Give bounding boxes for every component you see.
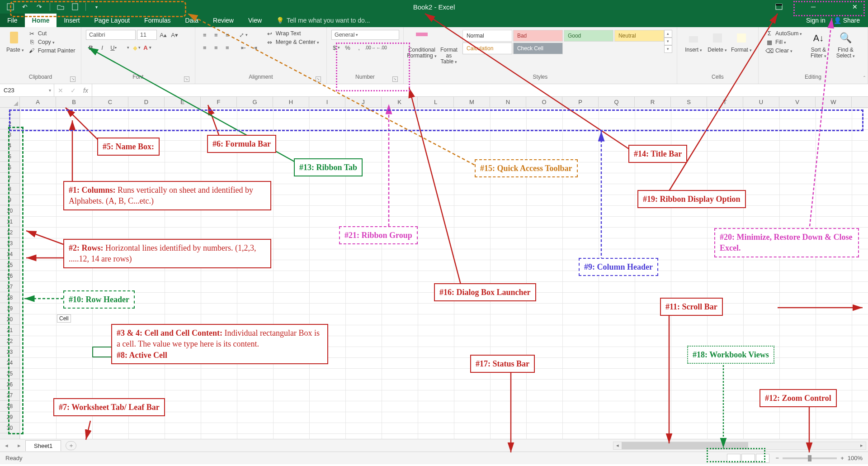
font-color-button[interactable]: A xyxy=(142,43,152,52)
font-size-combo[interactable]: 11 xyxy=(137,30,157,40)
row-header-27[interactable]: 27 xyxy=(0,390,19,401)
col-header-O[interactable]: O xyxy=(526,97,562,107)
zoom-control[interactable]: − + 100% xyxy=(776,455,863,461)
col-header-K[interactable]: K xyxy=(382,97,418,107)
qat-customize-icon[interactable]: ▾ xyxy=(92,3,100,11)
number-format-combo[interactable]: General xyxy=(331,30,399,40)
cell-style-normal[interactable]: Normal xyxy=(462,30,512,42)
row-header-12[interactable]: 12 xyxy=(0,227,19,238)
format-cells-button[interactable]: Format xyxy=(729,30,754,53)
cond-format-button[interactable]: Conditional Formatting xyxy=(408,30,435,59)
tab-review[interactable]: Review xyxy=(206,14,241,27)
row-header-9[interactable]: 9 xyxy=(0,195,19,205)
cell-styles-gallery[interactable]: NormalBadGoodNeutralCalculationCheck Cel… xyxy=(462,30,672,54)
cell-style-bad[interactable]: Bad xyxy=(513,30,563,42)
col-header-A[interactable]: A xyxy=(20,97,56,107)
horizontal-scrollbar[interactable]: ◂▸ xyxy=(76,442,868,450)
insert-cells-button[interactable]: Insert xyxy=(682,30,705,53)
col-header-J[interactable]: J xyxy=(345,97,382,107)
col-header-C[interactable]: C xyxy=(92,97,128,107)
zoom-out-button[interactable]: − xyxy=(776,455,779,461)
tab-insert[interactable]: Insert xyxy=(57,14,87,27)
row-header-28[interactable]: 28 xyxy=(0,401,19,412)
view-normal-button[interactable] xyxy=(727,454,741,463)
active-cell[interactable] xyxy=(92,347,128,357)
row-header-4[interactable]: 4 xyxy=(0,140,19,151)
row-header-22[interactable]: 22 xyxy=(0,336,19,347)
tab-formulas[interactable]: Formulas xyxy=(137,14,178,27)
number-dialog-launcher[interactable]: ↘ xyxy=(392,76,398,82)
col-header-G[interactable]: G xyxy=(237,97,273,107)
row-header-13[interactable]: 13 xyxy=(0,238,19,249)
accounting-button[interactable]: $ xyxy=(331,43,341,52)
formula-bar[interactable] xyxy=(92,84,868,96)
select-all-button[interactable] xyxy=(0,97,20,107)
collapse-ribbon-icon[interactable]: ˆ xyxy=(863,76,865,82)
save-icon[interactable] xyxy=(6,3,14,11)
name-box[interactable]: C23 xyxy=(0,84,54,96)
row-header-14[interactable]: 14 xyxy=(0,249,19,260)
row-header-6[interactable]: 6 xyxy=(0,162,19,173)
row-header-8[interactable]: 8 xyxy=(0,184,19,195)
row-header-26[interactable]: 26 xyxy=(0,379,19,390)
col-header-F[interactable]: F xyxy=(201,97,237,107)
row-header-23[interactable]: 23 xyxy=(0,347,19,357)
bold-button[interactable]: B xyxy=(86,43,96,52)
row-header-17[interactable]: 17 xyxy=(0,281,19,292)
row-header-7[interactable]: 7 xyxy=(0,173,19,184)
zoom-slider[interactable] xyxy=(783,457,837,459)
sheet-tab[interactable]: Sheet1 xyxy=(25,440,61,451)
close-icon[interactable]: ✕ xyxy=(851,3,859,11)
indent-inc-button[interactable]: ⇥ xyxy=(250,43,260,52)
cell-style-neutral[interactable]: Neutral xyxy=(614,30,664,42)
col-header-E[interactable]: E xyxy=(165,97,201,107)
row-header-29[interactable]: 29 xyxy=(0,412,19,423)
fill-color-button[interactable] xyxy=(131,43,141,52)
col-header-U[interactable]: U xyxy=(743,97,779,107)
sort-filter-button[interactable]: A↓Sort & Filter xyxy=(805,30,832,59)
align-top-button[interactable]: ≡ xyxy=(200,30,210,40)
restore-icon[interactable] xyxy=(830,3,838,11)
find-select-button[interactable]: 🔍Find & Select xyxy=(832,30,859,59)
paste-button[interactable]: Paste xyxy=(5,30,26,53)
cell-style-check-cell[interactable]: Check Cell xyxy=(513,43,563,54)
border-button[interactable] xyxy=(120,43,130,52)
clear-button[interactable]: ⌫Clear xyxy=(766,47,802,54)
fx-icon[interactable]: fx xyxy=(83,87,88,94)
row-header-18[interactable]: 18 xyxy=(0,292,19,303)
cut-button[interactable]: ✂Cut xyxy=(28,30,75,37)
cell-grid[interactable]: Cell xyxy=(20,108,868,439)
new-icon[interactable] xyxy=(71,3,79,11)
orientation-button[interactable]: ⤢ xyxy=(239,30,249,40)
col-header-H[interactable]: H xyxy=(273,97,309,107)
percent-button[interactable]: % xyxy=(343,43,353,52)
minimize-icon[interactable]: ─ xyxy=(809,3,817,11)
row-header-5[interactable]: 5 xyxy=(0,151,19,162)
col-header-T[interactable]: T xyxy=(707,97,743,107)
row-header-10[interactable]: 10 xyxy=(0,205,19,216)
gallery-more[interactable]: ▾ xyxy=(664,45,672,53)
inc-decimal-button[interactable]: .00→ xyxy=(365,43,375,52)
row-header-24[interactable]: 24 xyxy=(0,357,19,368)
tab-home[interactable]: Home xyxy=(25,14,57,27)
format-painter-button[interactable]: 🖌Format Painter xyxy=(28,47,75,54)
autosum-button[interactable]: ΣAutoSum xyxy=(766,30,802,37)
col-header-M[interactable]: M xyxy=(454,97,490,107)
align-middle-button[interactable]: ≡ xyxy=(211,30,221,40)
grow-font-button[interactable]: A▴ xyxy=(158,30,168,40)
row-header-16[interactable]: 16 xyxy=(0,271,19,281)
italic-button[interactable]: I xyxy=(97,43,107,52)
tell-me[interactable]: 💡 Tell me what you want to do... xyxy=(269,14,798,27)
cell-style-good[interactable]: Good xyxy=(564,30,613,42)
row-header-19[interactable]: 19 xyxy=(0,303,19,314)
zoom-in-button[interactable]: + xyxy=(840,455,844,461)
new-sheet-button[interactable]: ＋ xyxy=(66,441,76,450)
gallery-down[interactable]: ▾ xyxy=(664,38,672,45)
font-name-combo[interactable]: Calibri xyxy=(86,30,136,40)
row-header-20[interactable]: 20 xyxy=(0,314,19,325)
row-header-2[interactable]: 2 xyxy=(0,119,19,129)
redo-icon[interactable]: ↷ xyxy=(35,3,43,11)
format-as-table-button[interactable]: Format as Table xyxy=(435,30,462,65)
col-header-D[interactable]: D xyxy=(128,97,165,107)
share-button[interactable]: 👤 Share xyxy=(834,17,860,24)
